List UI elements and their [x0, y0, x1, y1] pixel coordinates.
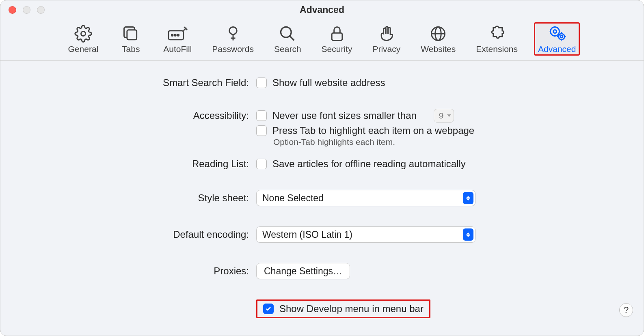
- tab-privacy[interactable]: Privacy: [368, 22, 404, 56]
- content-pane: Smart Search Field: Show full website ad…: [0, 61, 644, 333]
- svg-rect-1: [127, 30, 137, 40]
- preferences-toolbar: General Tabs AutoFill Passwords Search S…: [0, 19, 644, 61]
- tab-advanced[interactable]: Advanced: [534, 22, 580, 56]
- encoding-select[interactable]: Western (ISO Latin 1): [256, 226, 475, 243]
- autofill-icon: [166, 25, 189, 43]
- svg-rect-9: [332, 33, 342, 40]
- gears-icon: [547, 25, 568, 43]
- svg-point-3: [172, 34, 173, 36]
- accessibility-label: Accessibility:: [25, 110, 256, 121]
- preferences-window: Advanced General Tabs AutoFill Passwords…: [0, 0, 644, 336]
- change-settings-text: Change Settings…: [264, 266, 342, 277]
- tab-security[interactable]: Security: [318, 22, 357, 56]
- min-font-stepper[interactable]: 9: [434, 109, 454, 123]
- accessibility-hint: Option-Tab highlights each item.: [273, 137, 619, 147]
- smart-search-label: Smart Search Field:: [25, 77, 256, 88]
- search-icon: [279, 25, 296, 43]
- encoding-label: Default encoding:: [25, 229, 256, 240]
- offline-reading-text: Save articles for offline reading automa…: [272, 158, 466, 170]
- svg-point-13: [553, 30, 556, 33]
- tab-label: AutoFill: [163, 44, 192, 54]
- min-font-checkbox[interactable]: [256, 110, 267, 121]
- develop-menu-checkbox[interactable]: [263, 304, 274, 314]
- tab-websites[interactable]: Websites: [417, 22, 460, 56]
- help-text: ?: [624, 305, 629, 315]
- globe-icon: [429, 25, 447, 43]
- svg-point-15: [560, 36, 563, 38]
- change-settings-button[interactable]: Change Settings…: [256, 263, 350, 279]
- tab-tabs[interactable]: Tabs: [115, 22, 147, 56]
- tab-highlight-checkbox[interactable]: [256, 125, 267, 136]
- help-button[interactable]: ?: [619, 303, 633, 317]
- tab-highlight-text: Press Tab to highlight each item on a we…: [272, 125, 474, 136]
- svg-point-6: [229, 27, 237, 34]
- show-full-address-text: Show full website address: [272, 77, 385, 88]
- tab-label: Security: [322, 44, 352, 54]
- key-icon: [224, 25, 242, 43]
- tab-passwords[interactable]: Passwords: [208, 22, 258, 56]
- chevron-down-icon: [447, 114, 451, 117]
- svg-point-14: [550, 27, 559, 36]
- svg-line-8: [290, 36, 294, 41]
- stylesheet-select[interactable]: None Selected: [256, 190, 475, 206]
- tab-label: Passwords: [212, 44, 254, 54]
- offline-reading-checkbox[interactable]: [256, 159, 267, 169]
- develop-menu-highlight: Show Develop menu in menu bar: [256, 299, 430, 318]
- svg-point-0: [81, 32, 85, 36]
- puzzle-icon: [488, 25, 506, 43]
- proxies-label: Proxies:: [25, 265, 256, 277]
- tab-label: Tabs: [122, 44, 140, 54]
- min-font-text: Never use font sizes smaller than: [272, 110, 417, 121]
- svg-point-7: [281, 27, 292, 38]
- tab-general[interactable]: General: [64, 22, 103, 56]
- encoding-value: Western (ISO Latin 1): [262, 229, 352, 240]
- tab-label: Websites: [421, 44, 456, 54]
- stylesheet-label: Style sheet:: [25, 192, 256, 204]
- tab-label: Search: [274, 44, 301, 54]
- develop-menu-text: Show Develop menu in menu bar: [279, 303, 424, 314]
- tab-label: General: [68, 44, 99, 54]
- gear-icon: [74, 25, 92, 43]
- stylesheet-value: None Selected: [262, 193, 324, 204]
- show-full-address-checkbox[interactable]: [256, 78, 267, 88]
- select-arrows-icon: [463, 192, 473, 204]
- select-arrows-icon: [463, 228, 473, 241]
- reading-list-label: Reading List:: [25, 158, 256, 170]
- tab-autofill[interactable]: AutoFill: [159, 22, 196, 56]
- tab-label: Advanced: [538, 44, 576, 54]
- tab-search[interactable]: Search: [270, 22, 305, 56]
- hand-icon: [378, 25, 395, 43]
- tab-extensions[interactable]: Extensions: [472, 22, 522, 56]
- window-title: Advanced: [0, 4, 644, 15]
- tabs-icon: [122, 25, 140, 43]
- titlebar: Advanced: [0, 0, 644, 19]
- min-font-value: 9: [439, 111, 444, 121]
- svg-point-16: [558, 34, 564, 40]
- tab-label: Extensions: [476, 44, 518, 54]
- svg-point-5: [177, 34, 179, 36]
- svg-point-4: [175, 34, 176, 36]
- lock-icon: [328, 25, 346, 43]
- tab-label: Privacy: [372, 44, 400, 54]
